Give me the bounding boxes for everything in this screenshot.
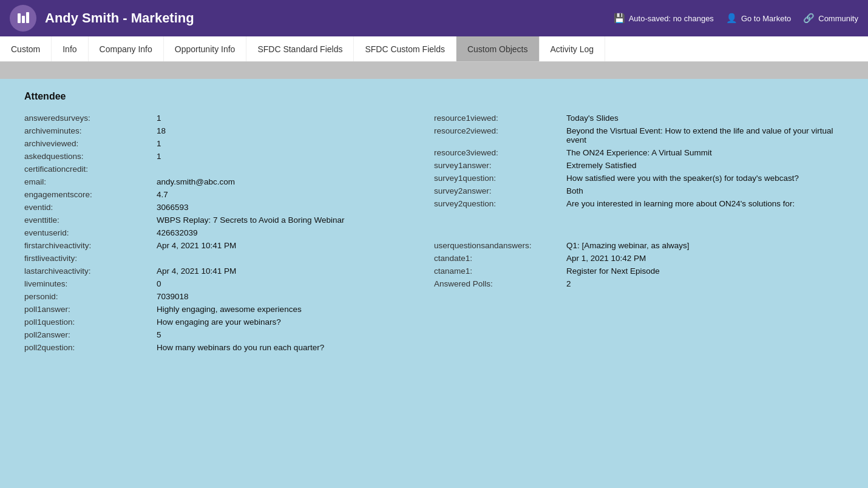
field-label: firstarchiveactivity:	[24, 241, 152, 250]
field-value: Apr 1, 2021 10:42 PM	[566, 254, 646, 263]
field-row: eventid: 3066593	[24, 201, 434, 214]
tab-sfdc-custom-fields[interactable]: SFDC Custom Fields	[354, 36, 456, 61]
field-label: archiveviewed:	[24, 139, 152, 148]
tab-info[interactable]: Info	[52, 36, 88, 61]
field-value: Extremely Satisfied	[566, 161, 637, 170]
field-row: firstarchiveactivity: Apr 4, 2021 10:41 …	[24, 239, 434, 252]
field-value: Highly engaging, awesome experiences	[157, 305, 302, 314]
field-label: email:	[24, 177, 152, 186]
header-actions: 💾 Auto-saved: no changes 👤 Go to Marketo…	[614, 13, 858, 24]
field-row: personid: 7039018	[24, 290, 434, 303]
field-row: eventuserid: 426632039	[24, 226, 434, 239]
field-row: firstliveactivity:	[24, 252, 434, 265]
field-value: Today's Slides	[566, 114, 619, 123]
field-label: lastarchiveactivity:	[24, 266, 152, 276]
svg-rect-2	[26, 12, 29, 23]
logo	[10, 5, 36, 32]
field-row: resource3viewed: The ON24 Experience: A …	[434, 146, 844, 159]
field-label: survey1question:	[434, 174, 561, 183]
field-row: poll1question: How engaging are your web…	[24, 316, 434, 328]
field-label: poll2answer:	[24, 330, 152, 339]
sub-bar	[0, 62, 868, 79]
field-row: poll2answer: 5	[24, 328, 434, 341]
field-label: certificationcredit:	[24, 164, 152, 174]
tab-company-info[interactable]: Company Info	[89, 36, 164, 61]
field-label: engagementscore:	[24, 190, 152, 199]
field-value: 1	[157, 114, 161, 123]
tab-custom-objects[interactable]: Custom Objects	[456, 36, 540, 61]
field-row: eventtitle: WBPS Replay: 7 Secrets to Av…	[24, 214, 434, 226]
field-label: ctaname1:	[434, 266, 561, 276]
field-label: askedquestions:	[24, 152, 152, 161]
field-label: eventid:	[24, 203, 152, 212]
field-label: survey1answer:	[434, 161, 561, 170]
field-label: firstliveactivity:	[24, 254, 152, 263]
field-value: Apr 4, 2021 10:41 PM	[157, 241, 236, 250]
go-to-marketo-button[interactable]: 👤 Go to Marketo	[726, 13, 791, 24]
field-row: poll1answer: Highly engaging, awesome ex…	[24, 303, 434, 316]
field-row: survey2answer: Both	[434, 185, 844, 197]
right-column: resource1viewed: Today's Slides resource…	[434, 112, 844, 354]
field-row: archiveviewed: 1	[24, 137, 434, 150]
field-label: eventtitle:	[24, 215, 152, 225]
field-row: survey1question: How satisfied were you …	[434, 172, 844, 185]
field-value: Beyond the Visrtual Event: How to extend…	[566, 126, 844, 144]
content-area: Attendee answeredsurveys: 1 archiveminut…	[0, 79, 868, 366]
field-value: 1	[157, 139, 161, 148]
field-value: 18	[157, 126, 166, 135]
field-value: Q1: [Amazing webinar, as always]	[566, 241, 690, 250]
field-row: answeredsurveys: 1	[24, 112, 434, 124]
field-value: 3066593	[157, 203, 189, 212]
logo-icon	[16, 11, 30, 25]
community-icon: 🔗	[803, 13, 815, 24]
header: Andy Smith - Marketing 💾 Auto-saved: no …	[0, 0, 868, 36]
field-label: eventuserid:	[24, 228, 152, 237]
tab-opportunity-info[interactable]: Opportunity Info	[164, 36, 247, 61]
field-value: 426632039	[157, 228, 198, 237]
field-row: userquestionsandanswers: Q1: [Amazing we…	[434, 239, 844, 252]
section-title: Attendee	[24, 91, 844, 102]
field-value: Apr 4, 2021 10:41 PM	[157, 266, 236, 276]
field-value: andy.smith@abc.com	[157, 177, 235, 186]
field-value: How engaging are your webinars?	[157, 317, 281, 327]
field-label: userquestionsandanswers:	[434, 241, 561, 250]
field-row: archiveminutes: 18	[24, 124, 434, 137]
field-value: WBPS Replay: 7 Secrets to Avoid a Boring…	[157, 215, 344, 225]
field-value: How many webinars do you run each quarte…	[157, 343, 324, 352]
field-label: liveminutes:	[24, 279, 152, 288]
field-row: ctaname1: Register for Next Episode	[434, 265, 844, 277]
field-row: email: andy.smith@abc.com	[24, 175, 434, 188]
field-row: askedquestions: 1	[24, 150, 434, 163]
svg-rect-0	[18, 13, 21, 23]
field-value: Both	[566, 186, 583, 195]
field-label: resource1viewed:	[434, 114, 561, 123]
field-value: Register for Next Episode	[566, 266, 660, 276]
community-button[interactable]: 🔗 Community	[803, 13, 858, 24]
tab-custom[interactable]: Custom	[0, 36, 52, 61]
field-row: engagementscore: 4.7	[24, 188, 434, 201]
field-row: lastarchiveactivity: Apr 4, 2021 10:41 P…	[24, 265, 434, 277]
tab-sfdc-standard-fields[interactable]: SFDC Standard Fields	[246, 36, 354, 61]
tab-activity-log[interactable]: Activity Log	[540, 36, 606, 61]
field-value: 0	[157, 279, 161, 288]
field-label: ctandate1:	[434, 254, 561, 263]
field-label: resource3viewed:	[434, 148, 561, 157]
field-label: Answered Polls:	[434, 279, 561, 288]
field-value: Are you interested in learning more abou…	[566, 199, 795, 208]
fields-grid: answeredsurveys: 1 archiveminutes: 18 ar…	[24, 112, 844, 354]
field-value: 1	[157, 152, 161, 161]
save-icon: 💾	[614, 13, 625, 24]
field-label: archiveminutes:	[24, 126, 152, 135]
left-column: answeredsurveys: 1 archiveminutes: 18 ar…	[24, 112, 434, 354]
field-label: survey2answer:	[434, 186, 561, 195]
field-row: Answered Polls: 2	[434, 277, 844, 290]
field-value: 5	[157, 330, 161, 339]
field-label: poll2question:	[24, 343, 152, 352]
field-row: survey2question: Are you interested in l…	[434, 197, 844, 210]
field-label: answeredsurveys:	[24, 114, 152, 123]
field-value: 7039018	[157, 292, 189, 301]
field-label: poll1question:	[24, 317, 152, 327]
field-row: poll2question: How many webinars do you …	[24, 341, 434, 354]
field-row: ctandate1: Apr 1, 2021 10:42 PM	[434, 252, 844, 265]
field-value: 4.7	[157, 190, 168, 199]
